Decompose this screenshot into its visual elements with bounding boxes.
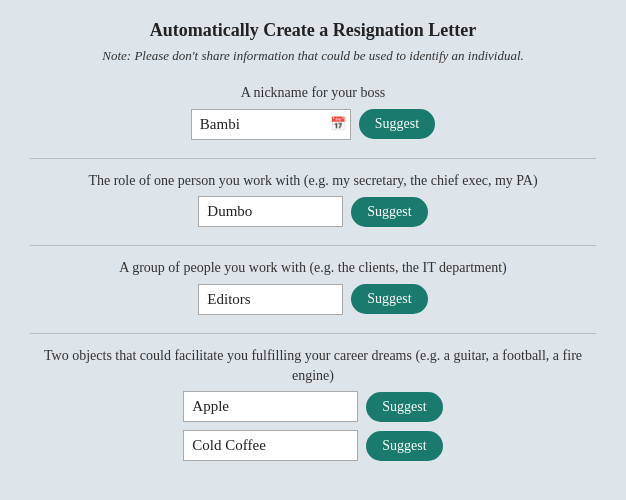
boss-suggest-button[interactable]: Suggest [359, 109, 435, 139]
boss-field-row: 📅 Suggest [191, 109, 435, 140]
boss-input[interactable] [191, 109, 351, 140]
divider-1 [30, 158, 596, 159]
coworker-section: The role of one person you work with (e.… [30, 171, 596, 228]
group-label: A group of people you work with (e.g. th… [119, 258, 506, 278]
objects-label: Two objects that could facilitate you fu… [30, 346, 596, 385]
coworker-label: The role of one person you work with (e.… [88, 171, 537, 191]
main-container: Automatically Create a Resignation Lette… [30, 20, 596, 471]
page-title: Automatically Create a Resignation Lette… [150, 20, 477, 41]
objects-fields: Suggest Suggest [183, 391, 442, 461]
group-section: A group of people you work with (e.g. th… [30, 258, 596, 315]
object1-field-row: Suggest [183, 391, 442, 422]
boss-section: A nickname for your boss 📅 Suggest [30, 83, 596, 140]
group-input[interactable] [198, 284, 343, 315]
divider-2 [30, 245, 596, 246]
coworker-field-row: Suggest [198, 196, 427, 227]
boss-label: A nickname for your boss [241, 83, 386, 103]
group-field-row: Suggest [198, 284, 427, 315]
objects-section: Two objects that could facilitate you fu… [30, 346, 596, 461]
object2-suggest-button[interactable]: Suggest [366, 431, 442, 461]
coworker-suggest-button[interactable]: Suggest [351, 197, 427, 227]
note-text: Note: Please don't share information tha… [102, 47, 524, 65]
divider-3 [30, 333, 596, 334]
object2-input[interactable] [183, 430, 358, 461]
boss-input-wrapper: 📅 [191, 109, 351, 140]
object2-field-row: Suggest [183, 430, 442, 461]
object1-suggest-button[interactable]: Suggest [366, 392, 442, 422]
object1-input[interactable] [183, 391, 358, 422]
coworker-input[interactable] [198, 196, 343, 227]
group-suggest-button[interactable]: Suggest [351, 284, 427, 314]
